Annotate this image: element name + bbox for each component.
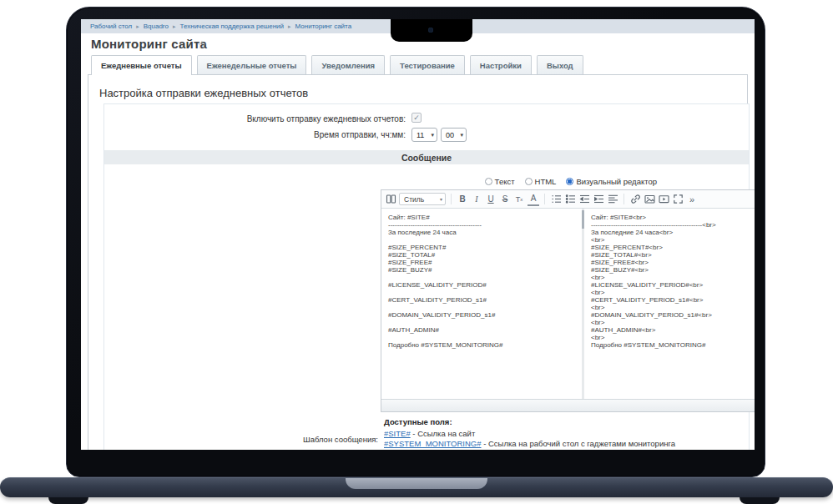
radio-icon bbox=[485, 178, 492, 185]
laptop-foot bbox=[740, 497, 780, 504]
page-title: Мониторинг сайта bbox=[91, 37, 207, 51]
text-color-icon[interactable]: A bbox=[528, 193, 539, 206]
breadcrumb-item[interactable]: Техническая поддержка решений bbox=[180, 23, 285, 30]
tab-settings[interactable]: Настройки bbox=[470, 55, 532, 74]
section-heading: Настройка отправки ежедневных отчетов bbox=[99, 87, 308, 99]
clear-format-icon[interactable]: Tx bbox=[513, 193, 525, 206]
style-dropdown-label: Стиль bbox=[404, 195, 424, 204]
align-left-icon[interactable] bbox=[607, 193, 618, 206]
template-fields-list: #SITE# - Ссылка на сайт#SYSTEM_MONITORIN… bbox=[384, 429, 675, 449]
tab-bar: Ежедневные отчетыЕженедельные отчетыУвед… bbox=[91, 55, 583, 74]
base-grip bbox=[346, 478, 487, 489]
laptop-base bbox=[0, 477, 833, 497]
breadcrumb-item[interactable]: Рабочий стол bbox=[90, 23, 132, 30]
minute-value: 00 bbox=[446, 131, 454, 139]
send-time-label: Время отправки, чч:мм: bbox=[104, 130, 406, 139]
style-dropdown[interactable]: Стиль ▾ bbox=[399, 193, 446, 205]
camera-icon bbox=[428, 28, 433, 33]
unordered-list-icon[interactable] bbox=[564, 193, 576, 206]
mode-label: Визуальный редактор bbox=[576, 177, 657, 186]
hour-select[interactable]: 11 ▾ bbox=[411, 128, 437, 142]
tab-notifications[interactable]: Уведомления bbox=[311, 55, 385, 74]
bold-icon[interactable]: B bbox=[457, 193, 468, 206]
mode-radio-html[interactable]: HTML bbox=[525, 176, 557, 187]
italic-icon[interactable]: I bbox=[471, 193, 482, 206]
laptop-screen: Рабочий стол▸Bquadro▸Техническая поддерж… bbox=[81, 19, 755, 450]
toolbar-separator bbox=[544, 194, 545, 204]
laptop-foot bbox=[48, 497, 88, 504]
link-icon[interactable] bbox=[629, 193, 641, 206]
breadcrumb-item[interactable]: Bquadro bbox=[144, 23, 169, 30]
mode-radio-visual-editor[interactable]: Визуальный редактор bbox=[566, 176, 657, 187]
chevron-down-icon: ▾ bbox=[460, 132, 463, 139]
strikethrough-icon[interactable]: S bbox=[499, 193, 511, 206]
mode-label: Текст bbox=[495, 177, 515, 186]
tab-weekly-reports[interactable]: Еженедельные отчеты bbox=[197, 55, 307, 74]
tab-exit[interactable]: Выход bbox=[537, 55, 583, 74]
hour-value: 11 bbox=[416, 131, 424, 139]
indent-icon[interactable] bbox=[593, 193, 604, 206]
fullscreen-icon[interactable] bbox=[672, 193, 684, 206]
pane-splitter[interactable] bbox=[582, 209, 584, 399]
toolbar-separator bbox=[451, 194, 452, 204]
ordered-list-icon[interactable] bbox=[550, 193, 562, 206]
editor-mode-row: ТекстHTMLВизуальный редактор bbox=[398, 176, 657, 187]
available-fields-note: Доступные поля: bbox=[384, 417, 452, 426]
tab-testing[interactable]: Тестирование bbox=[390, 55, 465, 74]
template-field-link[interactable]: #SITE# bbox=[384, 429, 411, 438]
breadcrumb-separator-icon: ▸ bbox=[288, 23, 291, 30]
underline-icon[interactable]: U bbox=[485, 193, 497, 206]
more-tools-icon[interactable]: » bbox=[686, 193, 698, 206]
editor-panes: Сайт: #SITE# ---------------------------… bbox=[381, 209, 755, 399]
template-field-row: #SITE# - Ссылка на сайт bbox=[384, 429, 675, 439]
chevron-down-icon: ▾ bbox=[440, 196, 442, 202]
favorite-star-icon[interactable]: ☆ bbox=[197, 38, 207, 51]
breadcrumb-separator-icon: ▸ bbox=[136, 23, 139, 30]
check-icon: ✓ bbox=[413, 113, 420, 122]
radio-icon bbox=[525, 178, 533, 185]
editor-statusbar bbox=[381, 399, 755, 411]
laptop-lid: Рабочий стол▸Bquadro▸Техническая поддерж… bbox=[66, 7, 765, 477]
video-icon[interactable] bbox=[658, 193, 669, 206]
message-template-label: Шаблон сообщения: bbox=[104, 435, 378, 444]
template-field-description: - Ссылка на сайт bbox=[411, 429, 476, 438]
toolbar-separator bbox=[623, 194, 624, 204]
message-editor: Стиль ▾ B I U S Tx A bbox=[381, 189, 755, 412]
enable-reports-label: Включить отправку ежедневных отчетов: bbox=[104, 114, 406, 123]
tab-daily-reports[interactable]: Ежедневные отчеты bbox=[91, 55, 192, 75]
outdent-icon[interactable] bbox=[578, 193, 590, 206]
breadcrumb-separator-icon: ▸ bbox=[173, 23, 176, 30]
visual-editor-pane[interactable]: Сайт: #SITE# ---------------------------… bbox=[381, 209, 582, 399]
template-field-row: #SYSTEM_MONITORING# - Ссылка на рабочий … bbox=[384, 439, 675, 449]
chevron-down-icon: ▾ bbox=[431, 132, 434, 139]
source-editor-pane[interactable]: Сайт: #SITE#<br> -----------------------… bbox=[584, 209, 755, 399]
laptop-notch bbox=[391, 19, 472, 42]
radio-icon bbox=[566, 178, 573, 185]
minute-select[interactable]: 00 ▾ bbox=[441, 128, 467, 142]
mode-label: HTML bbox=[535, 177, 557, 186]
template-field-link[interactable]: #SYSTEM_MONITORING# bbox=[384, 439, 482, 448]
enable-reports-checkbox[interactable]: ✓ bbox=[411, 113, 422, 123]
breadcrumb-item[interactable]: Мониторинг сайта bbox=[295, 23, 352, 30]
mode-radio-text[interactable]: Текст bbox=[485, 176, 515, 187]
image-icon[interactable] bbox=[644, 193, 655, 206]
layout-columns-icon[interactable] bbox=[385, 193, 396, 206]
template-field-description: - Ссылка на рабочий стол с гаджетами мон… bbox=[482, 439, 676, 448]
editor-toolbar: Стиль ▾ B I U S Tx A bbox=[381, 190, 755, 209]
message-section-header: Сообщение bbox=[104, 150, 749, 164]
